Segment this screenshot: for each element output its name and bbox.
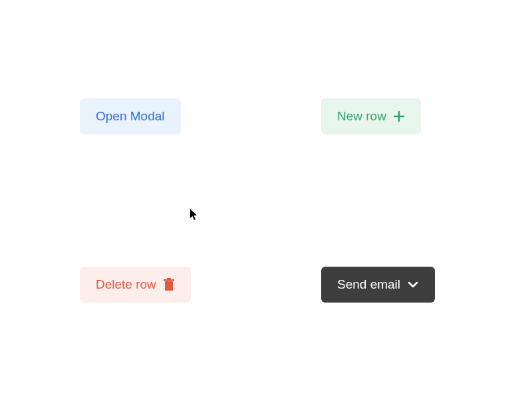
send-email-button[interactable]: Send email [321, 267, 435, 303]
chevron-down-icon [407, 279, 419, 291]
delete-row-button[interactable]: Delete row [80, 267, 191, 303]
open-modal-button[interactable]: Open Modal [80, 98, 181, 134]
cursor-icon [190, 209, 200, 223]
new-row-label: New row [337, 109, 386, 124]
delete-row-label: Delete row [96, 277, 156, 292]
send-email-label: Send email [337, 277, 400, 292]
trash-icon [163, 278, 175, 291]
open-modal-label: Open Modal [96, 109, 165, 124]
svg-rect-0 [165, 281, 173, 291]
plus-icon [393, 110, 405, 122]
new-row-button[interactable]: New row [321, 98, 421, 134]
svg-rect-2 [167, 278, 171, 280]
